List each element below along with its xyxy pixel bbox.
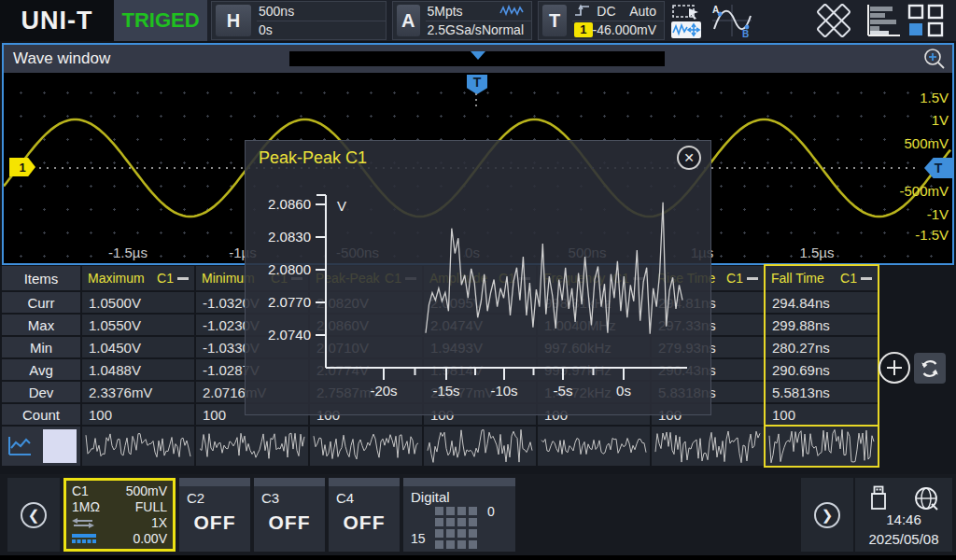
measure-value: 100 xyxy=(82,404,194,425)
memory-position-bar[interactable] xyxy=(289,51,665,66)
channel1-impedance: 1MΩ xyxy=(72,499,100,514)
top-bar: UNI-T TRIGED H 500ns 0s A 5Mpts 2.5GSa/s xyxy=(0,0,956,41)
channel1-name: C1 xyxy=(72,483,89,498)
channel1-scale: 500mV xyxy=(126,483,167,498)
svg-text:V: V xyxy=(337,198,346,214)
scroll-left-button[interactable]: ❮ xyxy=(7,478,60,552)
measure-column-fall-time[interactable]: Fall TimeC1294.84ns299.88ns280.27ns290.6… xyxy=(766,266,878,427)
trigger-status: TRIGED xyxy=(114,0,207,41)
voltage-label: -1.5V xyxy=(883,227,949,243)
wave-window-title: Wave window xyxy=(4,49,110,68)
measure-column-header: MaximumC1 xyxy=(82,266,194,290)
measure-value: 1.0488V xyxy=(82,359,194,380)
horizontal-key: H xyxy=(216,5,251,36)
channel1-probe: 1X xyxy=(151,515,167,530)
channel-panel-c4[interactable]: C4OFF xyxy=(329,478,400,552)
horizontal-panel[interactable]: H 500ns 0s xyxy=(211,1,387,40)
svg-text:-20s: -20s xyxy=(370,383,397,399)
channel-name: C4 xyxy=(336,490,354,506)
svg-text:2.0740: 2.0740 xyxy=(268,327,311,343)
trigger-position-line xyxy=(475,93,477,108)
measure-column-maximum[interactable]: MaximumC11.0500V1.0550V1.0450V1.0488V2.3… xyxy=(82,266,194,427)
ab-compare-tool[interactable]: A B xyxy=(710,0,754,41)
channel-name: C3 xyxy=(261,490,279,506)
measure-value: 280.27ns xyxy=(766,337,878,357)
histogram-icon xyxy=(865,4,902,37)
items-row-label: Dev xyxy=(2,382,80,402)
trigger-panel[interactable]: T DC Auto 1 -46.000mV xyxy=(538,1,665,40)
digital-panel[interactable]: Digital 0 15 xyxy=(403,478,515,552)
channel1-offset: 0.00V xyxy=(133,531,167,546)
select-region-icon[interactable] xyxy=(671,4,701,20)
measure-value: 100 xyxy=(766,404,878,425)
channel-style-dash xyxy=(177,277,189,280)
popup-title: Peak-Peak C1 xyxy=(259,148,367,168)
channel-panel-c2[interactable]: C2OFF xyxy=(179,478,250,552)
measure-tool[interactable] xyxy=(808,0,859,41)
sparkline-fall-time[interactable] xyxy=(766,427,878,466)
scroll-right-button[interactable]: ❯ xyxy=(801,478,853,552)
trigger-key: T xyxy=(542,5,567,36)
measure-column-header: Fall TimeC1 xyxy=(766,266,878,290)
sparkline-frequency[interactable] xyxy=(538,427,650,466)
peak-peak-trend-popup[interactable]: Peak-Peak C1 ✕ 2.08602.08302.08002.07702… xyxy=(245,140,711,415)
chevron-left-icon: ❮ xyxy=(21,502,47,528)
voltage-label: 1V xyxy=(883,112,949,128)
trigger-level: -46.000mV xyxy=(593,22,656,37)
layout-tool[interactable] xyxy=(906,0,947,41)
svg-text:2.0860: 2.0860 xyxy=(268,196,311,212)
trend-color-swatch[interactable] xyxy=(43,429,77,463)
time-label: 1.5µs xyxy=(778,245,856,260)
channel-state: OFF xyxy=(179,511,250,534)
wave-move-icon[interactable] xyxy=(671,21,701,38)
histogram-tool[interactable] xyxy=(863,0,904,41)
channel-name: C2 xyxy=(187,490,204,506)
acquire-mode: Normal xyxy=(482,22,524,37)
system-status-panel[interactable]: 14:46 2025/05/08 xyxy=(855,478,952,552)
bottom-strip xyxy=(0,555,956,560)
measure-value: 1.0550V xyxy=(82,315,194,335)
acquire-key: A xyxy=(397,5,420,36)
channel-panel-c3[interactable]: C3OFF xyxy=(254,478,325,552)
sparkline-minimum[interactable] xyxy=(196,427,308,466)
waveform-icon xyxy=(499,5,524,17)
network-globe-icon xyxy=(913,485,939,511)
panel-strip xyxy=(329,478,400,486)
horizontal-scale: 500ns xyxy=(259,4,294,19)
measure-value: 5.5813ns xyxy=(766,382,878,402)
svg-text:2.0770: 2.0770 xyxy=(268,294,311,310)
rising-edge-icon xyxy=(574,4,591,18)
sparkline-row xyxy=(82,427,878,466)
trigger-coupling: DC xyxy=(597,4,615,19)
channel-state: OFF xyxy=(329,511,400,534)
svg-text:2.0800: 2.0800 xyxy=(268,261,311,277)
trigger-sweep: Auto xyxy=(629,4,656,19)
sparkline-maximum[interactable] xyxy=(82,427,194,466)
add-measure-button[interactable] xyxy=(879,352,910,384)
measure-value: 299.88ns xyxy=(766,315,878,335)
sparkline-amplitude[interactable] xyxy=(424,427,536,466)
items-row-label: Count xyxy=(2,404,80,425)
svg-text:B: B xyxy=(742,29,749,38)
voltage-label: -500mV xyxy=(883,183,949,199)
cursor-tools[interactable] xyxy=(668,0,704,41)
acquire-panel[interactable]: A 5Mpts 2.5GSa/s Normal xyxy=(392,1,532,40)
channel1-panel[interactable]: C1 500mV 1MΩ FULL 1X xyxy=(63,478,176,552)
svg-text:-10s: -10s xyxy=(490,383,517,399)
trend-toggle-cell[interactable] xyxy=(2,427,80,466)
voltage-label: 1.5V xyxy=(883,90,949,105)
items-row-label: Min xyxy=(2,337,80,357)
measure-value: 1.0500V xyxy=(82,292,194,313)
zoom-icon[interactable] xyxy=(922,47,947,71)
items-header: Items xyxy=(2,266,80,290)
horizontal-offset: 0s xyxy=(259,22,273,37)
memory-position-marker[interactable] xyxy=(471,51,485,60)
popup-close-button[interactable]: ✕ xyxy=(677,146,701,170)
sparkline-rise-time[interactable] xyxy=(652,427,764,466)
reset-statistics-button[interactable] xyxy=(914,353,946,384)
voltage-label: 500mV xyxy=(883,135,949,151)
clock-date: 2025/05/08 xyxy=(855,531,952,547)
sparkline-peak-peak[interactable] xyxy=(310,427,422,466)
svg-text:A: A xyxy=(712,5,719,15)
time-label: -1.5µs xyxy=(89,245,167,260)
